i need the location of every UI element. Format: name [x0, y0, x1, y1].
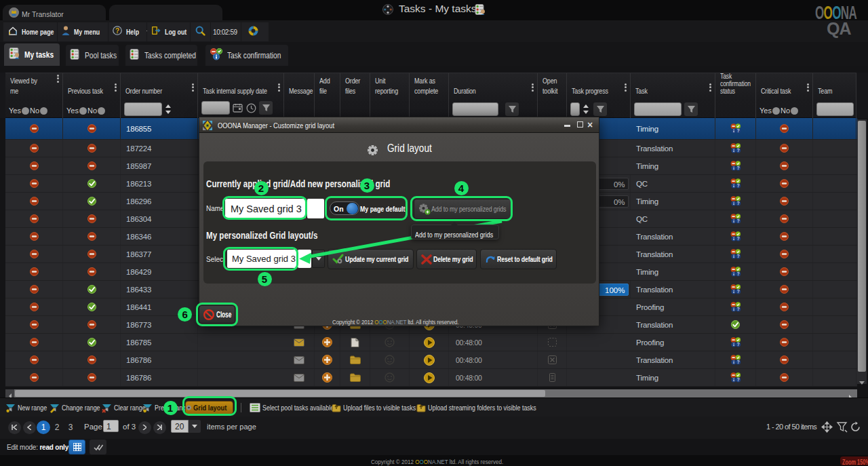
svg-text:?: ? [736, 183, 739, 188]
svg-text:?: ? [736, 377, 739, 382]
svg-text:?: ? [736, 166, 739, 170]
svg-text:?: ? [736, 218, 739, 223]
svg-text:?: ? [736, 236, 739, 241]
svg-text:?: ? [736, 201, 739, 206]
svg-text:?: ? [736, 289, 739, 294]
svg-text:?: ? [736, 360, 739, 364]
svg-text:?: ? [736, 307, 739, 311]
svg-text:?: ? [736, 271, 739, 276]
svg-text:?: ? [736, 254, 739, 258]
svg-text:?: ? [736, 148, 739, 153]
svg-text:?: ? [736, 128, 739, 133]
svg-text:?: ? [736, 342, 739, 347]
svg-text:?: ? [115, 27, 119, 35]
